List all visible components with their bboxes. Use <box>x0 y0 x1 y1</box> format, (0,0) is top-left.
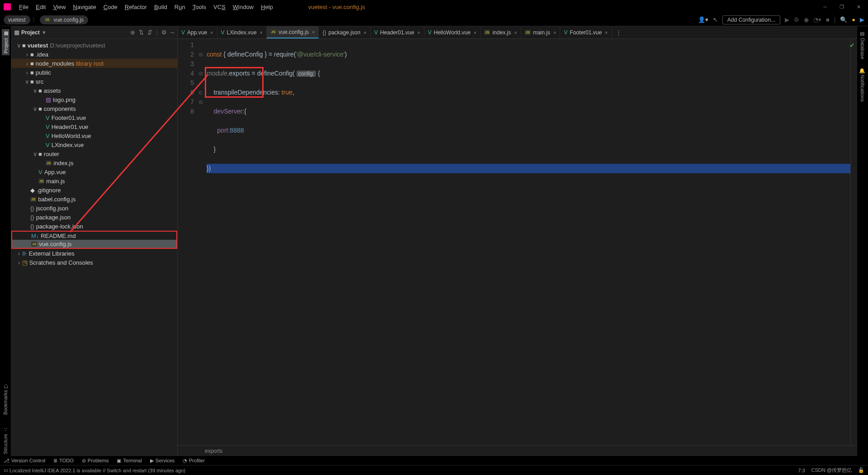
update-icon[interactable]: ▶ <box>860 16 864 23</box>
tab-header[interactable]: VHeader01.vue× <box>371 26 425 38</box>
select-opened-icon[interactable]: ⊕ <box>130 29 135 36</box>
tw-problems[interactable]: ⊘ Problems <box>82 458 108 464</box>
tree-header[interactable]: VHeader01.vue <box>11 122 177 131</box>
tab-index[interactable]: JSindex.js× <box>481 26 521 38</box>
minimize-button[interactable]: ─ <box>820 2 830 11</box>
tree-scratches[interactable]: ›◳ Scratches and Consoles <box>11 258 177 267</box>
tw-todo[interactable]: ≣ TODO <box>53 458 74 464</box>
project-tree[interactable]: ∨■vuetestD:\vueproject\vuetest ›■.idea ›… <box>11 39 177 456</box>
tree-hello[interactable]: VHelloWorld.vue <box>11 131 177 140</box>
tab-hello[interactable]: VHelloWorld.vue× <box>425 26 481 38</box>
menu-window[interactable]: Window <box>229 2 257 12</box>
fold-gutter[interactable]: ⊟⊟⊏⊟ <box>198 39 204 445</box>
tab-app[interactable]: VApp.vue× <box>178 26 217 38</box>
inspection-ok-icon[interactable]: ✔ <box>849 41 855 50</box>
tree-footer[interactable]: VFooter01.vue <box>11 113 177 122</box>
maximize-button[interactable]: ❐ <box>836 2 848 12</box>
tree-package[interactable]: {}package.json <box>11 213 177 222</box>
close-icon[interactable]: × <box>605 30 608 35</box>
tree-external-libs[interactable]: ›⊪ External Libraries <box>11 249 177 258</box>
readonly-lock-icon[interactable]: 🔓 <box>858 467 864 473</box>
tree-main[interactable]: JSmain.js <box>11 176 177 185</box>
menu-edit[interactable]: Edit <box>32 2 49 12</box>
editor-breadcrumb[interactable]: exports <box>178 445 857 456</box>
coverage-icon[interactable]: ◉ <box>804 16 809 23</box>
tab-footer[interactable]: VFooter01.vue× <box>560 26 612 38</box>
tree-node-modules[interactable]: ›■node_modules library root <box>11 59 177 68</box>
tabs-more-icon[interactable]: ⋮ <box>612 26 625 38</box>
tab-vueconfig[interactable]: JSvue.config.js× <box>267 26 319 38</box>
close-icon[interactable]: × <box>514 30 517 35</box>
tree-router[interactable]: ∨■router <box>11 149 177 158</box>
status-caret-pos[interactable]: 7:3 <box>798 468 805 473</box>
tree-components[interactable]: ∨■components <box>11 104 177 113</box>
project-panel-title[interactable]: Project <box>21 29 40 36</box>
hide-panel-icon[interactable]: ─ <box>170 29 175 36</box>
tree-app[interactable]: VApp.vue <box>11 167 177 176</box>
tw-profiler[interactable]: ◔ Profiler <box>183 458 205 464</box>
tw-bookmarks[interactable]: Bookmarks ⛉ <box>2 382 9 417</box>
tree-babel[interactable]: JSbabel.config.js <box>11 195 177 204</box>
tab-package[interactable]: {}package.json× <box>319 26 370 38</box>
code-content[interactable]: const { defineConfig } = require('@vue/c… <box>204 39 850 445</box>
tree-lxindex[interactable]: VLXindex.vue <box>11 140 177 149</box>
menu-build[interactable]: Build <box>151 2 171 12</box>
collapse-all-icon[interactable]: ⇵ <box>147 29 152 36</box>
status-event-icon[interactable]: ▭ <box>4 467 8 473</box>
code-editor[interactable]: 12345678 ⊟⊟⊏⊟ const { defineConfig } = r… <box>178 39 857 445</box>
close-icon[interactable]: × <box>312 29 315 35</box>
menu-refactor[interactable]: Refactor <box>121 2 151 12</box>
menu-run[interactable]: Run <box>171 2 189 12</box>
breadcrumb-project[interactable]: vuetest <box>4 15 30 24</box>
status-message[interactable]: Localized IntelliJ IDEA 2022.1 is availa… <box>9 468 185 473</box>
menu-view[interactable]: View <box>49 2 69 12</box>
close-icon[interactable]: × <box>210 30 213 35</box>
tw-services[interactable]: ▶ Services <box>150 458 175 464</box>
profile-icon[interactable]: ◔▾ <box>813 16 821 23</box>
menu-file[interactable]: File <box>15 2 32 12</box>
menu-vcs[interactable]: VCS <box>210 2 229 12</box>
tree-idea[interactable]: ›■.idea <box>11 50 177 59</box>
run-icon[interactable]: ▶ <box>785 16 789 23</box>
tree-src[interactable]: ∨■src <box>11 77 177 86</box>
tw-structure[interactable]: Structure ⛬ <box>2 426 9 456</box>
tab-main[interactable]: JSmain.js× <box>521 26 561 38</box>
tree-assets[interactable]: ∨■assets <box>11 86 177 95</box>
menu-navigate[interactable]: Navigate <box>69 2 99 12</box>
expand-all-icon[interactable]: ⇅ <box>139 29 144 36</box>
tw-notifications[interactable]: 🔔 Notifications <box>859 66 867 104</box>
close-button[interactable]: ✕ <box>853 2 864 12</box>
tree-root[interactable]: ∨■vuetestD:\vueproject\vuetest <box>11 41 177 50</box>
close-icon[interactable]: × <box>260 30 263 35</box>
tw-terminal[interactable]: ▣ Terminal <box>117 458 142 464</box>
tree-vueconfig[interactable]: JSvue.config.js <box>11 240 177 249</box>
tab-lxindex[interactable]: VLXindex.vue× <box>217 26 267 38</box>
error-stripe[interactable] <box>850 39 857 445</box>
tree-readme[interactable]: M↓README.md <box>11 231 177 240</box>
search-icon[interactable]: 🔍 <box>840 16 847 23</box>
settings-icon[interactable]: ⚙ <box>161 29 167 36</box>
build-icon[interactable]: ↖ <box>713 16 718 23</box>
tw-vcs[interactable]: ⎇ Version Control <box>4 458 45 464</box>
tree-packagelock[interactable]: {}package-lock.json <box>11 222 177 231</box>
tree-gitignore[interactable]: ◆.gitignore <box>11 185 177 195</box>
menu-code[interactable]: Code <box>100 2 121 12</box>
tree-jsconfig[interactable]: {}jsconfig.json <box>11 204 177 213</box>
project-view-dropdown[interactable]: ▾ <box>42 29 46 36</box>
menu-help[interactable]: Help <box>257 2 277 12</box>
tree-logo[interactable]: ▨logo.png <box>11 95 177 104</box>
stop-icon[interactable]: ■ <box>826 16 830 23</box>
close-icon[interactable]: × <box>553 30 556 35</box>
tw-project[interactable]: Project ▦ <box>2 29 9 55</box>
tree-router-index[interactable]: JSindex.js <box>11 158 177 167</box>
close-icon[interactable]: × <box>363 30 366 35</box>
ide-status-icon[interactable]: ● <box>852 16 855 23</box>
tree-public[interactable]: ›■public <box>11 68 177 77</box>
debug-icon[interactable]: ⚙ <box>794 16 799 23</box>
add-configuration-button[interactable]: Add Configuration... <box>722 15 780 24</box>
tw-database[interactable]: ▤ Database <box>859 29 867 61</box>
avatar-dropdown[interactable]: 👤▾ <box>698 16 708 23</box>
breadcrumb-file[interactable]: JS vue.config.js <box>40 15 88 24</box>
menu-tools[interactable]: Tools <box>189 2 210 12</box>
close-icon[interactable]: × <box>474 30 476 35</box>
